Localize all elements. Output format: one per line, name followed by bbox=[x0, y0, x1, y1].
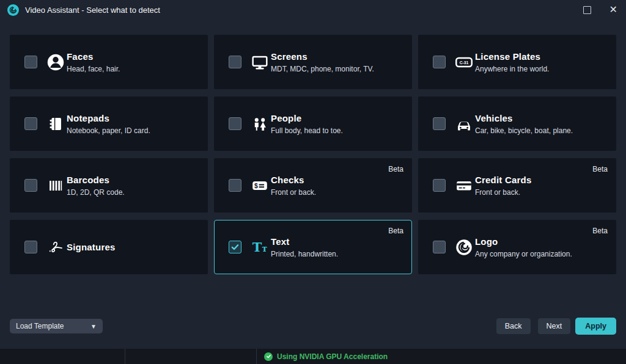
screens-title: Screens bbox=[271, 51, 374, 62]
dialog-content: FacesHead, face, hair.ScreensMDT, MDC, p… bbox=[0, 20, 626, 349]
credit-cards-title: Credit Cards bbox=[475, 175, 531, 185]
notepads-text: NotepadsNotebook, paper, ID card. bbox=[67, 113, 150, 135]
monitor-icon bbox=[249, 51, 271, 73]
text-title: Text bbox=[271, 236, 338, 247]
faces-text: FacesHead, face, hair. bbox=[67, 51, 120, 73]
vehicles-checkbox[interactable] bbox=[433, 117, 446, 130]
card-barcodes[interactable]: Barcodes1D, 2D, QR code. bbox=[10, 158, 208, 213]
barcode-icon bbox=[45, 175, 67, 197]
checks-checkbox[interactable] bbox=[229, 179, 241, 192]
status-segment-1 bbox=[0, 349, 125, 364]
notepads-title: Notepads bbox=[67, 113, 150, 123]
chevron-down-icon: ▼ bbox=[90, 323, 97, 330]
logo-title: Logo bbox=[475, 236, 572, 247]
card-vehicles[interactable]: VehiclesCar, bike, bicycle, boat, plane. bbox=[418, 96, 616, 151]
status-bar: Using NVIDIA GPU Acceleration bbox=[0, 349, 626, 364]
svg-text:C-31: C-31 bbox=[460, 60, 469, 64]
car-icon bbox=[453, 113, 475, 135]
text-checkbox[interactable] bbox=[229, 241, 241, 253]
detection-options-grid: FacesHead, face, hair.ScreensMDT, MDC, p… bbox=[10, 35, 616, 274]
signatures-title: Signatures bbox=[67, 242, 116, 252]
card-people[interactable]: PeopleFull body, head to toe. bbox=[214, 96, 412, 151]
text-beta-badge: Beta bbox=[388, 227, 403, 235]
faces-checkbox[interactable] bbox=[24, 56, 37, 68]
footer-controls: Load Template ▼ Back Next Apply bbox=[10, 318, 616, 349]
checks-title: Checks bbox=[271, 175, 316, 185]
barcodes-text: Barcodes1D, 2D, QR code. bbox=[67, 175, 125, 197]
signatures-text: Signatures bbox=[67, 242, 116, 252]
notepads-subtitle: Notebook, paper, ID card. bbox=[67, 126, 150, 135]
logo-subtitle: Any company or organization. bbox=[475, 250, 572, 258]
license-plates-text: License PlatesAnywhere in the world. bbox=[475, 51, 549, 73]
people-subtitle: Full body, head to toe. bbox=[271, 126, 343, 135]
barcodes-title: Barcodes bbox=[67, 175, 125, 185]
screens-checkbox[interactable] bbox=[229, 56, 241, 68]
barcodes-subtitle: 1D, 2D, QR code. bbox=[67, 188, 125, 197]
text-subtitle: Printed, handwritten. bbox=[271, 250, 338, 258]
credit-cards-checkbox[interactable] bbox=[433, 179, 446, 192]
vehicles-title: Vehicles bbox=[475, 113, 573, 123]
card-checks[interactable]: $ChecksFront or back.Beta bbox=[214, 158, 412, 213]
titlebar: Video Assistant - Select what to detect … bbox=[0, 0, 626, 20]
card-signatures[interactable]: Signatures bbox=[10, 220, 208, 274]
license-plates-title: License Plates bbox=[475, 51, 549, 62]
checks-text: ChecksFront or back. bbox=[271, 175, 316, 197]
barcodes-checkbox[interactable] bbox=[24, 179, 37, 192]
credit-cards-beta-badge: Beta bbox=[592, 165, 608, 173]
signatures-checkbox[interactable] bbox=[24, 241, 37, 253]
people-checkbox[interactable] bbox=[229, 117, 241, 130]
text-text: TextPrinted, handwritten. bbox=[271, 236, 338, 258]
checks-subtitle: Front or back. bbox=[271, 188, 316, 197]
people-title: People bbox=[271, 113, 343, 123]
card-license-plates[interactable]: C-31License PlatesAnywhere in the world. bbox=[418, 35, 616, 89]
app-logo-spiral-icon bbox=[7, 4, 19, 16]
logo-beta-badge: Beta bbox=[592, 227, 608, 235]
gpu-acceleration-status: Using NVIDIA GPU Acceleration bbox=[277, 352, 388, 361]
card-faces[interactable]: FacesHead, face, hair. bbox=[10, 35, 208, 89]
credit-cards-subtitle: Front or back. bbox=[475, 188, 531, 197]
load-template-label: Load Template bbox=[16, 322, 64, 330]
card-screens[interactable]: ScreensMDT, MDC, phone, monitor, TV. bbox=[214, 35, 412, 89]
maximize-icon[interactable] bbox=[583, 6, 591, 14]
screens-text: ScreensMDT, MDC, phone, monitor, TV. bbox=[271, 51, 374, 73]
back-button[interactable]: Back bbox=[496, 318, 531, 334]
status-segment-2 bbox=[125, 349, 257, 364]
people-text: PeopleFull body, head to toe. bbox=[271, 113, 343, 135]
vehicles-subtitle: Car, bike, bicycle, boat, plane. bbox=[475, 126, 573, 135]
logo-spiral-icon bbox=[453, 236, 475, 258]
vehicles-text: VehiclesCar, bike, bicycle, boat, plane. bbox=[475, 113, 573, 135]
close-icon[interactable]: ✕ bbox=[609, 5, 617, 15]
license-plates-checkbox[interactable] bbox=[433, 56, 446, 68]
face-circle-icon bbox=[45, 51, 67, 73]
logo-text: LogoAny company or organization. bbox=[475, 236, 572, 258]
card-notepads[interactable]: NotepadsNotebook, paper, ID card. bbox=[10, 96, 208, 151]
card-credit-cards[interactable]: Credit CardsFront or back.Beta bbox=[418, 158, 616, 213]
text-tt-icon: Tт bbox=[249, 236, 271, 258]
license-plate-icon: C-31 bbox=[453, 51, 475, 73]
faces-title: Faces bbox=[67, 51, 120, 62]
screens-subtitle: MDT, MDC, phone, monitor, TV. bbox=[271, 65, 374, 73]
notepads-checkbox[interactable] bbox=[24, 117, 37, 130]
card-logo[interactable]: LogoAny company or organization.Beta bbox=[418, 220, 616, 274]
check-money-icon: $ bbox=[249, 175, 271, 197]
checks-beta-badge: Beta bbox=[388, 165, 403, 173]
svg-text:$: $ bbox=[254, 183, 258, 189]
logo-checkbox[interactable] bbox=[433, 241, 446, 253]
credit-cards-text: Credit CardsFront or back. bbox=[475, 175, 531, 197]
people-icon bbox=[249, 113, 271, 135]
status-segment-gpu: Using NVIDIA GPU Acceleration bbox=[257, 349, 626, 364]
card-text[interactable]: TтTextPrinted, handwritten.Beta bbox=[214, 220, 412, 274]
faces-subtitle: Head, face, hair. bbox=[67, 65, 120, 73]
window-title: Video Assistant - Select what to detect bbox=[25, 5, 583, 15]
notepad-icon bbox=[45, 113, 67, 135]
credit-card-icon bbox=[453, 175, 475, 197]
next-button[interactable]: Next bbox=[538, 318, 571, 334]
signature-icon bbox=[45, 236, 67, 258]
load-template-dropdown[interactable]: Load Template ▼ bbox=[10, 319, 103, 333]
check-circle-icon bbox=[264, 352, 273, 361]
apply-button[interactable]: Apply bbox=[575, 318, 616, 335]
license-plates-subtitle: Anywhere in the world. bbox=[475, 65, 549, 73]
